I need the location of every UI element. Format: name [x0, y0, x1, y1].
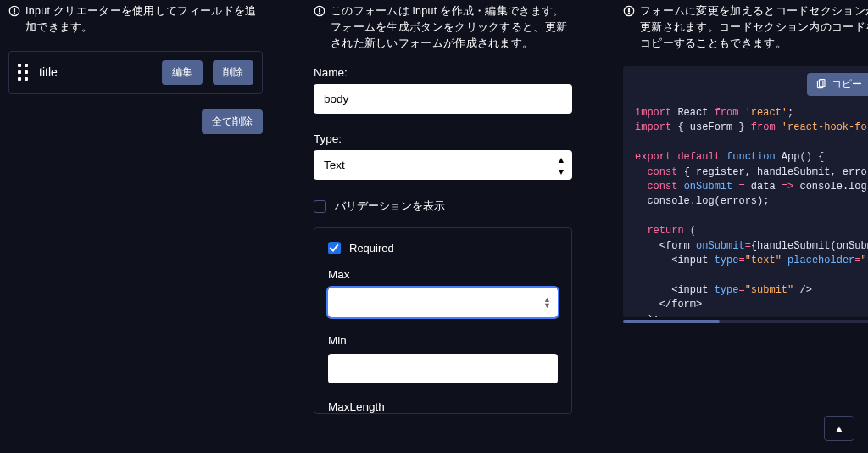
- show-validation-checkbox[interactable]: [314, 200, 326, 213]
- left-info: Input クリエーターを使用してフィールドを追加できます。: [8, 3, 263, 36]
- left-column: Input クリエーターを使用してフィールドを追加できます。 title 編集 …: [8, 3, 263, 453]
- right-info-text: フォームに変更を加えるとコードセクションが更新されます。コードセクション内のコー…: [640, 3, 868, 51]
- min-label: Min: [328, 334, 558, 347]
- max-label: Max: [328, 268, 558, 281]
- edit-button[interactable]: 編集: [162, 60, 203, 85]
- svg-rect-4: [319, 8, 320, 12]
- middle-column: このフォームは input を作成・編集できます。フォームを生成ボタンをクリック…: [314, 3, 572, 453]
- svg-rect-7: [628, 8, 629, 12]
- mid-info-text: このフォームは input を作成・編集できます。フォームを生成ボタンをクリック…: [331, 3, 572, 51]
- right-column: フォームに変更を加えるとコードセクションが更新されます。コードセクション内のコー…: [623, 3, 868, 453]
- code-horizontal-scrollbar[interactable]: [623, 320, 868, 323]
- name-label: Name:: [314, 66, 572, 79]
- required-checkbox[interactable]: [328, 242, 341, 254]
- alert-icon: [623, 5, 635, 17]
- min-input[interactable]: [328, 354, 558, 383]
- right-info: フォームに変更を加えるとコードセクションが更新されます。コードセクション内のコー…: [623, 3, 868, 51]
- mid-info: このフォームは input を作成・編集できます。フォームを生成ボタンをクリック…: [314, 3, 572, 51]
- type-select[interactable]: Text: [314, 150, 572, 180]
- alert-icon: [314, 5, 326, 17]
- copy-button[interactable]: コピー: [807, 73, 868, 96]
- alert-icon: [8, 5, 20, 17]
- field-card: title 編集 削除: [8, 51, 263, 94]
- svg-rect-1: [14, 8, 14, 12]
- type-label: Type:: [314, 132, 572, 145]
- copy-button-label: コピー: [832, 77, 862, 92]
- scrollbar-thumb[interactable]: [623, 320, 720, 323]
- chevron-updown-icon: ▴▾: [559, 154, 564, 177]
- name-input[interactable]: [314, 84, 572, 114]
- left-info-text: Input クリエーターを使用してフィールドを追加できます。: [25, 3, 263, 36]
- number-spinner-icon[interactable]: ▲▼: [543, 297, 551, 309]
- required-label: Required: [349, 242, 394, 254]
- validation-panel: Required Max ▲▼ Min MaxLength: [314, 227, 572, 414]
- field-title: title: [39, 65, 152, 79]
- delete-all-button[interactable]: 全て削除: [202, 109, 263, 134]
- show-validation-label: バリデーションを表示: [335, 199, 445, 214]
- delete-button[interactable]: 削除: [213, 60, 253, 85]
- svg-rect-8: [628, 13, 629, 14]
- drag-handle-icon[interactable]: [18, 64, 29, 81]
- svg-rect-2: [14, 13, 14, 14]
- scroll-to-top-button[interactable]: ▲: [824, 416, 854, 441]
- code-panel: コピー import React from 'react'; import { …: [623, 66, 868, 317]
- copy-icon: [815, 79, 826, 90]
- svg-rect-5: [319, 13, 320, 14]
- maxlength-label: MaxLength: [328, 400, 558, 413]
- max-input[interactable]: [328, 288, 558, 317]
